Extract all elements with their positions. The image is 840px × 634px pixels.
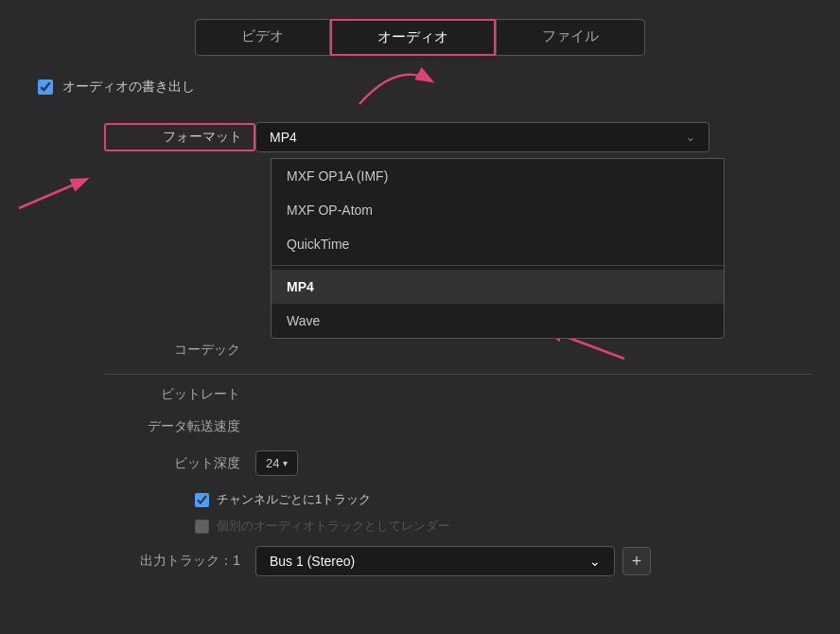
chevron-down-icon-bit: ▾ <box>283 458 288 468</box>
dropdown-item-mxf-op1a[interactable]: MXF OP1A (IMF) <box>271 159 724 193</box>
data-rate-row: データ転送速度 <box>104 418 812 435</box>
individual-track-checkbox[interactable] <box>195 520 209 534</box>
dropdown-item-quicktime[interactable]: QuickTime <box>271 227 724 261</box>
individual-track-row: 個別のオーディオトラックとしてレンダー <box>28 518 812 535</box>
output-track-dropdown[interactable]: Bus 1 (Stereo) ⌄ <box>255 546 615 576</box>
chevron-down-icon: ⌄ <box>686 131 695 144</box>
audio-export-row: オーディオの書き出し <box>28 79 812 96</box>
dropdown-item-wave[interactable]: Wave <box>271 304 724 338</box>
bit-depth-row: ビット深度 24 ▾ <box>104 450 812 476</box>
format-dropdown-menu: MXF OP1A (IMF) MXF OP-Atom QuickTime MP4… <box>271 158 725 339</box>
main-container: ビデオ オーディオ ファイル オーディオの書き出し フォーマット MP4 ⌄ M… <box>0 0 840 634</box>
output-track-value: Bus 1 (Stereo) <box>270 554 355 569</box>
bit-depth-select[interactable]: 24 ▾ <box>255 450 298 476</box>
output-track-section: 出力トラック：1 Bus 1 (Stereo) ⌄ + <box>28 546 812 576</box>
individual-track-label: 個別のオーディオトラックとしてレンダー <box>217 518 450 535</box>
channel-label: チャンネルごとに1トラック <box>217 491 371 508</box>
channel-checkbox[interactable] <box>195 493 209 507</box>
tab-bar: ビデオ オーディオ ファイル <box>28 19 812 56</box>
tab-video[interactable]: ビデオ <box>195 19 330 56</box>
format-selected-value: MP4 <box>270 130 297 145</box>
chevron-down-icon-output: ⌄ <box>589 554 601 569</box>
audio-export-label: オーディオの書き出し <box>62 79 195 96</box>
audio-export-checkbox[interactable] <box>38 79 53 95</box>
dropdown-item-mxf-atom[interactable]: MXF OP-Atom <box>271 193 724 227</box>
tab-file[interactable]: ファイル <box>496 19 645 56</box>
dropdown-item-mp4[interactable]: MP4 <box>271 270 724 304</box>
codec-label: コーデック <box>104 342 255 359</box>
format-label: フォーマット <box>104 123 255 151</box>
codec-row: コーデック <box>104 342 812 359</box>
bit-depth-value: 24 <box>266 456 279 470</box>
data-rate-label: データ転送速度 <box>104 418 255 435</box>
format-dropdown[interactable]: MP4 ⌄ <box>255 122 709 152</box>
form-section: フォーマット MP4 ⌄ MXF OP1A (IMF) MXF OP-Atom … <box>28 122 812 476</box>
tab-audio[interactable]: オーディオ <box>330 19 496 56</box>
bitrate-row: ビットレート <box>104 386 812 403</box>
section-divider <box>104 374 812 375</box>
output-track-row: 出力トラック：1 Bus 1 (Stereo) ⌄ + <box>104 546 812 576</box>
divider <box>271 265 724 266</box>
bitrate-label: ビットレート <box>104 386 255 403</box>
add-track-button[interactable]: + <box>622 547 651 575</box>
bit-depth-label: ビット深度 <box>104 455 255 472</box>
output-track-label: 出力トラック：1 <box>104 553 255 570</box>
format-row: フォーマット MP4 ⌄ MXF OP1A (IMF) MXF OP-Atom … <box>104 122 812 152</box>
channel-row: チャンネルごとに1トラック <box>28 491 812 508</box>
